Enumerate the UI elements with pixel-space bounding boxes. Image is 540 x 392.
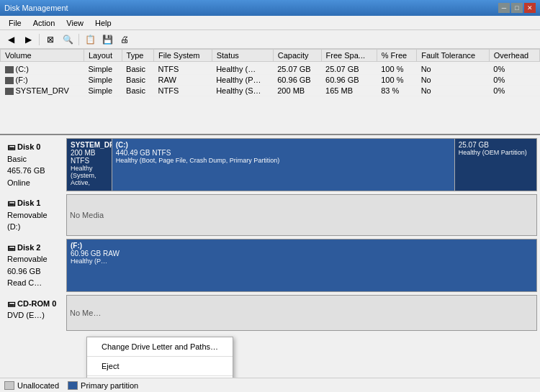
disk0-label: 🖴 Disk 0 Basic 465.76 GB Online [3, 138, 66, 191]
table-cell-2-2: Basic [122, 75, 154, 86]
table-cell-2-5: 60.96 GB [273, 75, 321, 86]
toolbar-btn-1[interactable]: ⊠ [42, 32, 58, 47]
table-row[interactable]: (C:)SimpleBasicNTFSHealthy (…25.07 GB25.… [1, 64, 540, 75]
disk2-p1-name: (F:) [71, 242, 533, 250]
main-content: Volume Layout Type File System Status Ca… [0, 49, 540, 378]
minimize-button[interactable]: ─ [498, 3, 510, 13]
toolbar-btn-5[interactable]: 🖨 [117, 32, 132, 47]
col-capacity[interactable]: Capacity [273, 50, 321, 62]
table-cell-1-3: NTFS [154, 64, 212, 75]
table-cell-3-3: NTFS [154, 86, 212, 96]
table-cell-3-1: Simple [84, 86, 122, 96]
toolbar-divider-2 [78, 34, 79, 45]
table-cell-1-9: 0% [489, 64, 539, 75]
disk0-title: 🖴 Disk 0 [7, 141, 62, 153]
legend-unallocated-label: Unallocated [17, 381, 59, 390]
col-type[interactable]: Type [122, 50, 154, 62]
disk2-type: Removable [7, 253, 62, 265]
table-cell-1-7: 100 % [377, 64, 416, 75]
table-cell-2-4: Healthy (P… [212, 75, 273, 86]
disk1-row: 🖴 Disk 1 Removable (D:) No Media [3, 194, 537, 236]
col-volume[interactable]: Volume [1, 50, 84, 62]
disk0-p1-status: Healthy (System, Active, [71, 165, 108, 186]
disk0-partitions: SYSTEM_DRV 200 MB NTFS Healthy (System, … [66, 138, 537, 191]
context-menu-eject[interactable]: Eject [87, 358, 233, 374]
disk0-p3-size: 25.07 GB [459, 141, 533, 149]
legend-box-primary [68, 381, 78, 390]
col-overhead[interactable]: Overhead [489, 50, 539, 62]
col-status[interactable]: Status [212, 50, 273, 62]
col-layout[interactable]: Layout [84, 50, 122, 62]
disk0-p3-status: Healthy (OEM Partition) [459, 149, 533, 156]
disk-row-icon [5, 88, 14, 95]
disk0-p1-size: 200 MB NTFS [71, 149, 108, 165]
disk0-partition-c[interactable]: (C:) 440.49 GB NTFS Healthy (Boot, Page … [112, 139, 455, 191]
context-menu-sep2 [87, 375, 233, 376]
table-header-row: Volume Layout Type File System Status Ca… [1, 50, 540, 62]
table-cell-1-2: Basic [122, 64, 154, 75]
toolbar-forward[interactable]: ▶ [20, 32, 36, 47]
toolbar-btn-4[interactable]: 💾 [99, 32, 115, 47]
table-cell-2-1: Simple [84, 75, 122, 86]
col-free[interactable]: Free Spa... [321, 50, 377, 62]
col-pctfree[interactable]: % Free [377, 50, 416, 62]
context-menu-sep1 [87, 356, 233, 357]
menu-action[interactable]: Action [27, 17, 61, 29]
col-fault[interactable]: Fault Tolerance [417, 50, 490, 62]
menu-view[interactable]: View [60, 17, 89, 29]
table-cell-3-5: 200 MB [273, 86, 321, 96]
table-cell-2-6: 60.96 GB [321, 75, 377, 86]
menu-bar: File Action View Help [0, 16, 540, 30]
cdrom-title: 🖴 CD-ROM 0 [7, 298, 62, 310]
disk2-p1-size: 60.96 GB RAW [71, 250, 533, 257]
table-cell-1-0: (C:) [1, 64, 84, 75]
toolbar-btn-3[interactable]: 📋 [82, 32, 98, 47]
disk0-p1-name: SYSTEM_DRV [71, 141, 108, 149]
title-bar-controls: ─ □ ✕ [498, 3, 536, 13]
disk-graphics[interactable]: 🖴 Disk 0 Basic 465.76 GB Online SYSTEM_D… [0, 135, 540, 378]
status-bar: Unallocated Primary partition [0, 378, 540, 392]
toolbar: ◀ ▶ ⊠ 🔍 📋 💾 🖨 [0, 30, 540, 49]
cdrom-partitions: No Me… [66, 295, 537, 331]
table-cell-2-0: (F:) [1, 75, 84, 86]
toolbar-back[interactable]: ◀ [3, 32, 19, 47]
disk0-p2-name: (C:) [116, 141, 451, 149]
disk1-label: 🖴 Disk 1 Removable (D:) [3, 194, 66, 236]
disk1-title: 🖴 Disk 1 [7, 197, 62, 209]
disk0-status: Online [7, 177, 62, 189]
title-bar: Disk Management ─ □ ✕ [0, 0, 540, 16]
disk2-title: 🖴 Disk 2 [7, 242, 62, 254]
legend-primary-label: Primary partition [81, 381, 138, 390]
table-cell-3-0: SYSTEM_DRV [1, 86, 84, 96]
table-cell-2-3: RAW [154, 75, 212, 86]
maximize-button[interactable]: □ [511, 3, 523, 13]
table-cell-3-2: Basic [122, 86, 154, 96]
disk0-partition-system[interactable]: SYSTEM_DRV 200 MB NTFS Healthy (System, … [67, 139, 112, 191]
table-cell-2-7: 100 % [377, 75, 416, 86]
table-cell-1-6: 25.07 GB [321, 64, 377, 75]
cdrom-label: 🖴 CD-ROM 0 DVD (E…) [3, 295, 66, 331]
table-row[interactable]: (F:)SimpleBasicRAWHealthy (P…60.96 GB60.… [1, 75, 540, 86]
cdrom-nomedia: No Me… [70, 309, 101, 317]
col-fs[interactable]: File System [154, 50, 212, 62]
legend-unallocated: Unallocated [4, 381, 59, 390]
toolbar-btn-2[interactable]: 🔍 [60, 32, 76, 47]
disk1-partitions: No Media [66, 194, 537, 236]
context-menu-change-letter[interactable]: Change Drive Letter and Paths… [87, 339, 233, 355]
table-cell-2-9: 0% [489, 75, 539, 86]
table-cell-2-8: No [417, 75, 490, 86]
disk-row-icon [5, 77, 14, 84]
menu-file[interactable]: File [3, 17, 27, 29]
table-row[interactable]: SYSTEM_DRVSimpleBasicNTFSHealthy (S…200 … [1, 86, 540, 96]
toolbar-divider-1 [39, 34, 40, 45]
disk0-p2-size: 440.49 GB NTFS [116, 149, 451, 157]
disk0-partition-oem[interactable]: 25.07 GB Healthy (OEM Partition) [455, 139, 536, 191]
menu-help[interactable]: Help [89, 17, 117, 29]
close-button[interactable]: ✕ [524, 3, 536, 13]
legend-primary: Primary partition [68, 381, 138, 390]
disk2-p1-status: Healthy (P… [71, 257, 533, 265]
disk0-p2-status: Healthy (Boot, Page File, Crash Dump, Pr… [116, 157, 451, 164]
disk2-status: Read C… [7, 277, 62, 289]
disk2-partition-f[interactable]: (F:) 60.96 GB RAW Healthy (P… [67, 240, 536, 291]
legend-box-unallocated [4, 381, 14, 390]
